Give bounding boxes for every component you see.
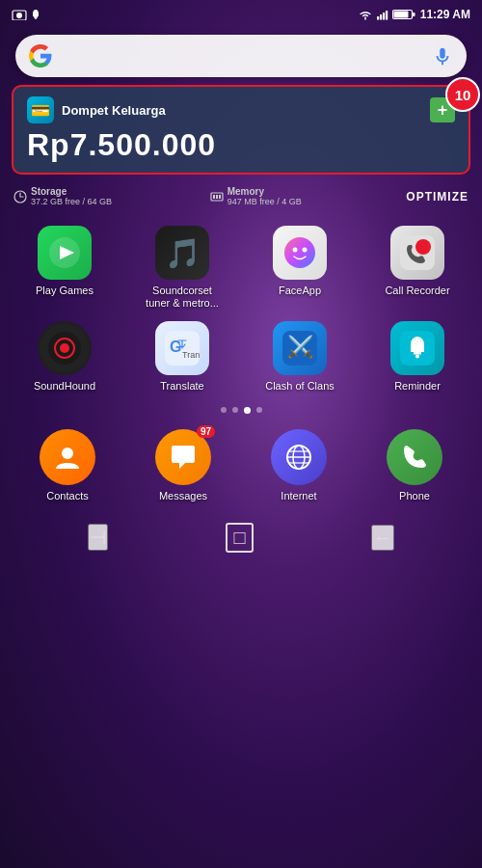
app-item-translate[interactable]: G Translate Translate — [127, 321, 237, 393]
svg-rect-21 — [400, 235, 435, 270]
soundcorset-icon: 🎵 — [155, 226, 209, 280]
soundhound-icon — [38, 321, 92, 375]
wifi-icon — [358, 9, 373, 20]
nav-bar: ⊣ □ ← — [0, 513, 482, 562]
play-games-label: Play Games — [36, 285, 94, 297]
contacts-icon — [40, 429, 95, 485]
svg-text:Translate: Translate — [182, 350, 200, 360]
app-item-soundcorset[interactable]: 🎵 Soundcorset tuner & metro... — [127, 226, 237, 310]
page-dot-3-active[interactable] — [244, 407, 251, 414]
google-logo-icon — [29, 44, 52, 68]
reminder-icon — [390, 321, 444, 375]
memory-label: Memory — [228, 186, 302, 197]
status-left-icons — [12, 9, 40, 20]
dompet-widget[interactable]: 💳 Dompet Keluarga + Rp7.500.000 10 — [12, 85, 470, 175]
svg-point-20 — [303, 248, 308, 253]
storage-label: Storage — [31, 186, 112, 197]
recent-apps-button[interactable]: ⊣ — [88, 524, 108, 551]
internet-icon — [271, 429, 327, 485]
messages-label: Messages — [159, 490, 207, 502]
page-indicators — [0, 407, 482, 414]
internet-label: Internet — [281, 490, 316, 502]
notification-icon — [31, 9, 40, 20]
storage-icon — [13, 190, 27, 203]
memory-text: Memory 947 MB free / 4 GB — [228, 186, 302, 206]
memory-info: Memory 947 MB free / 4 GB — [210, 186, 407, 206]
svg-point-34 — [62, 448, 73, 459]
play-games-svg — [47, 235, 82, 270]
svg-point-33 — [415, 355, 419, 359]
app-item-clash-of-clans[interactable]: ⚔️ Clash of Clans — [245, 321, 355, 393]
home-button[interactable]: □ — [226, 523, 253, 553]
memory-icon — [210, 190, 224, 203]
svg-point-25 — [60, 343, 69, 353]
coc-icon: ⚔️ — [273, 321, 327, 375]
faceapp-svg — [282, 235, 317, 270]
soundhound-label: SoundHound — [34, 380, 95, 393]
svg-point-1 — [16, 13, 22, 18]
search-bar[interactable] — [15, 35, 467, 77]
dompet-app-icon: 💳 — [27, 96, 54, 123]
app-item-call-recorder[interactable]: Call Recorder — [362, 226, 472, 310]
dock-item-internet[interactable]: Internet — [245, 429, 353, 502]
reminder-label: Reminder — [394, 380, 441, 393]
play-games-icon — [38, 226, 92, 280]
app-item-faceapp[interactable]: FaceApp — [245, 226, 355, 310]
messages-badge: 97 — [197, 425, 215, 438]
dock-item-messages[interactable]: 97 Messages — [129, 429, 237, 502]
mic-icon[interactable] — [432, 45, 453, 67]
phone-label: Phone — [399, 490, 430, 502]
svg-rect-5 — [380, 14, 382, 20]
page-dot-2[interactable] — [232, 407, 238, 413]
device-info-bar: Storage 37.2 GB free / 64 GB Memory 947 … — [0, 180, 482, 212]
svg-rect-6 — [383, 13, 385, 20]
svg-rect-14 — [216, 195, 218, 199]
svg-rect-9 — [413, 13, 415, 16]
app-item-reminder[interactable]: Reminder — [362, 321, 472, 393]
dock-item-contacts[interactable]: Contacts — [13, 429, 121, 502]
soundhound-svg — [47, 331, 82, 366]
time-display: 11:29 AM — [420, 8, 470, 21]
optimize-button[interactable]: OPTIMIZE — [406, 190, 469, 203]
svg-point-18 — [284, 237, 315, 268]
svg-rect-4 — [377, 16, 379, 20]
internet-svg — [283, 442, 314, 473]
screenshot-icon — [12, 9, 27, 20]
translate-svg: G Translate — [165, 331, 200, 366]
app-item-play-games[interactable]: Play Games — [10, 226, 120, 310]
storage-info: Storage 37.2 GB free / 64 GB — [13, 186, 210, 206]
storage-text: Storage 37.2 GB free / 64 GB — [31, 186, 112, 206]
svg-rect-15 — [219, 195, 221, 199]
svg-point-22 — [415, 239, 431, 255]
call-recorder-icon — [390, 226, 444, 280]
translate-icon: G Translate — [155, 321, 209, 375]
widget-header: 💳 Dompet Keluarga + — [27, 96, 455, 123]
svg-rect-13 — [213, 195, 215, 199]
phone-svg — [399, 442, 430, 473]
notification-badge: 10 — [445, 77, 480, 112]
widget-area: 💳 Dompet Keluarga + Rp7.500.000 10 — [12, 85, 470, 175]
widget-app-name: Dompet Keluarga — [62, 103, 166, 118]
contacts-svg — [52, 442, 83, 473]
soundcorset-label: Soundcorset tuner & metro... — [146, 285, 219, 310]
battery-icon — [392, 9, 415, 20]
app-item-soundhound[interactable]: SoundHound — [10, 321, 120, 393]
app-grid: Play Games 🎵 Soundcorset tuner & metro..… — [0, 212, 482, 403]
svg-rect-7 — [386, 11, 388, 20]
back-button[interactable]: ← — [371, 525, 394, 551]
dock: Contacts 97 Messages Internet — [0, 418, 482, 509]
page-dot-4[interactable] — [256, 407, 262, 413]
messages-icon: 97 — [155, 429, 211, 485]
call-recorder-svg — [400, 235, 435, 270]
faceapp-icon — [273, 226, 327, 280]
coc-label: Clash of Clans — [265, 380, 335, 393]
widget-amount: Rp7.500.000 — [27, 127, 455, 163]
phone-icon — [387, 429, 442, 485]
widget-app-info: 💳 Dompet Keluarga — [27, 96, 166, 123]
page-dot-1[interactable] — [221, 407, 227, 413]
svg-text:⚔️: ⚔️ — [287, 334, 314, 360]
dock-item-phone[interactable]: Phone — [361, 429, 469, 502]
signal-icon — [376, 9, 389, 20]
coc-svg: ⚔️ — [282, 331, 317, 366]
status-bar: 11:29 AM — [0, 0, 482, 27]
